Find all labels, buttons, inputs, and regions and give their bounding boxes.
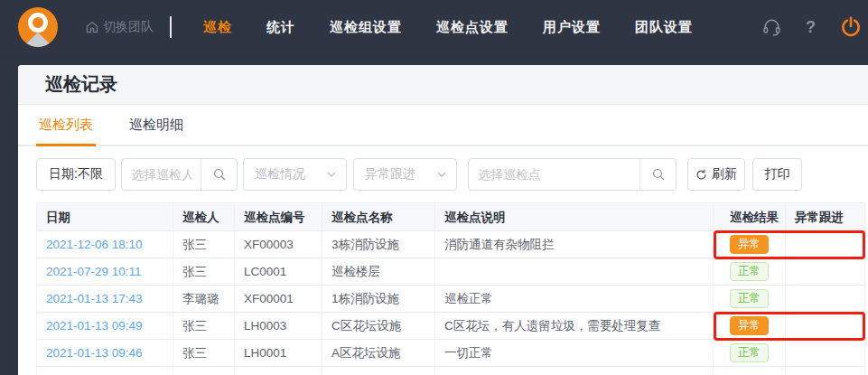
content-card: 巡检记录 巡检列表 巡检明细 日期:不限 巡检情况 异常跟进	[18, 65, 868, 375]
record-inspector: 张三	[173, 313, 235, 340]
record-point-name: 巡检楼层	[322, 258, 435, 286]
followup-select-placeholder: 异常跟进	[365, 166, 415, 183]
headset-icon[interactable]	[761, 17, 782, 38]
tab-inspection-list[interactable]: 巡检列表	[36, 117, 96, 145]
card-titlebar: 巡检记录	[18, 65, 868, 105]
nav-item-group-settings[interactable]: 巡检组设置	[313, 19, 419, 36]
record-followup	[786, 340, 865, 367]
header-point-name: 巡检点名称	[322, 202, 435, 231]
followup-select[interactable]: 异常跟进	[353, 158, 457, 191]
record-date-link[interactable]: 2021-01-13 09:49	[46, 319, 143, 333]
result-badge-normal: 正常	[730, 262, 769, 281]
nav-item-team-settings[interactable]: 团队设置	[618, 19, 710, 36]
nav-menu: 巡检 统计 巡检组设置 巡检点设置 用户设置 团队设置	[186, 19, 710, 36]
record-point-code: LH0001	[235, 340, 322, 367]
nav-right-icons: ?	[761, 15, 868, 39]
top-navbar: 切换团队 巡检 统计 巡检组设置 巡检点设置 用户设置 团队设置 ?	[0, 0, 868, 54]
inspector-search-group	[121, 158, 238, 191]
record-point-name: 1栋消防设施	[322, 286, 435, 313]
refresh-button[interactable]: 刷新	[687, 158, 745, 191]
point-search-icon[interactable]	[639, 159, 676, 190]
record-point-name: C区花坛设施	[322, 313, 435, 340]
record-followup	[786, 258, 865, 286]
logo-mountain-shape	[21, 33, 55, 47]
page-title: 巡检记录	[45, 72, 117, 97]
record-point-code: LH0003	[235, 313, 322, 340]
header-followup: 异常跟进	[786, 202, 865, 231]
point-search-group	[468, 158, 677, 191]
table-row-partial	[36, 367, 865, 375]
tab-bar: 巡检列表 巡检明细	[18, 105, 868, 146]
result-badge-abnormal: 异常	[730, 316, 769, 335]
record-point-name: A区花坛设施	[322, 340, 435, 367]
result-badge-normal: 正常	[730, 289, 769, 308]
point-search-input[interactable]	[469, 159, 639, 190]
logo-ring-shape	[28, 13, 48, 33]
status-select[interactable]: 巡检情况	[243, 158, 347, 191]
table-row: 2021-01-13 09:46 张三 LH0001 A区花坛设施 一切正常 正…	[36, 340, 865, 367]
record-point-name: 3栋消防设施	[322, 231, 435, 258]
table-row: 2021-12-06 18:10 张三 XF00003 3栋消防设施 消防通道有…	[36, 231, 865, 258]
app-logo[interactable]	[18, 7, 58, 47]
inspection-table: 日期 巡检人 巡检点编号 巡检点名称 巡检点说明 巡检结果 异常跟进 2021-…	[36, 202, 865, 375]
record-point-code: XF00001	[235, 286, 322, 313]
power-icon[interactable]	[839, 15, 863, 39]
record-point-code: XF00003	[235, 231, 322, 258]
chevron-down-icon	[326, 169, 337, 180]
header-point-code: 巡检点编号	[235, 202, 322, 231]
result-badge-normal: 正常	[730, 343, 769, 362]
record-date-link[interactable]: 2021-07-29 10:11	[46, 265, 142, 278]
header-date: 日期	[36, 202, 173, 231]
record-date-link[interactable]: 2021-01-13 17:43	[46, 292, 143, 305]
record-inspector: 张三	[173, 340, 235, 367]
inspector-search-icon[interactable]	[201, 159, 237, 190]
table-row: 2021-01-13 09:49 张三 LH0003 C区花坛设施 C区花坛，有…	[36, 313, 865, 340]
record-inspector: 张三	[173, 231, 235, 258]
nav-item-inspection[interactable]: 巡检	[186, 19, 249, 36]
table-row: 2021-01-13 17:43 李璐璐 XF00001 1栋消防设施 巡检正常…	[36, 286, 865, 313]
header-result: 巡检结果	[714, 202, 786, 231]
record-description: 消防通道有杂物阻拦	[435, 231, 714, 258]
record-inspector: 李璐璐	[173, 286, 235, 313]
record-followup	[786, 313, 865, 340]
record-inspector: 张三	[173, 258, 235, 286]
refresh-icon	[695, 169, 707, 181]
inspector-search-input[interactable]	[122, 159, 201, 190]
table-row: 2021-07-29 10:11 张三 LC0001 巡检楼层 正常	[36, 258, 865, 286]
result-badge-abnormal: 异常	[730, 235, 769, 254]
header-inspector: 巡检人	[173, 202, 235, 231]
record-date-link[interactable]: 2021-01-13 09:46	[46, 346, 143, 360]
record-description: 一切正常	[435, 340, 714, 367]
record-date-link[interactable]: 2021-12-06 18:10	[46, 238, 143, 251]
record-description: 巡检正常	[435, 286, 714, 313]
help-icon[interactable]: ?	[806, 18, 816, 37]
record-description	[435, 258, 714, 286]
status-select-placeholder: 巡检情况	[255, 166, 305, 183]
switch-team-link[interactable]: 切换团队	[85, 19, 154, 35]
print-button[interactable]: 打印	[752, 158, 802, 191]
switch-team-label: 切换团队	[103, 19, 154, 35]
nav-item-point-settings[interactable]: 巡检点设置	[419, 19, 526, 36]
record-followup	[786, 286, 865, 313]
tab-inspection-detail[interactable]: 巡检明细	[126, 117, 186, 145]
header-description: 巡检点说明	[435, 202, 714, 231]
home-icon	[85, 20, 99, 34]
filter-bar: 日期:不限 巡检情况 异常跟进	[18, 146, 868, 202]
record-followup	[786, 231, 865, 258]
date-filter-button[interactable]: 日期:不限	[36, 158, 116, 191]
chevron-down-icon	[436, 169, 447, 180]
record-point-code: LC0001	[235, 258, 322, 286]
nav-item-user-settings[interactable]: 用户设置	[526, 19, 618, 36]
refresh-label: 刷新	[712, 166, 737, 183]
record-description: C区花坛，有人遗留垃圾，需要处理复查	[435, 313, 714, 340]
nav-item-statistics[interactable]: 统计	[249, 19, 313, 36]
table-header-row: 日期 巡检人 巡检点编号 巡检点名称 巡检点说明 巡检结果 异常跟进	[36, 202, 865, 231]
nav-divider	[170, 16, 172, 38]
